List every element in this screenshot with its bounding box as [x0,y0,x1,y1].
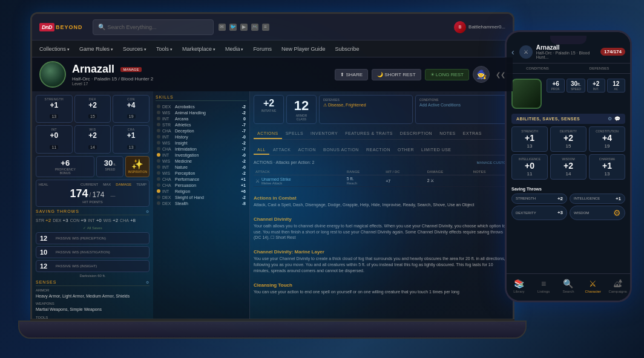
skill-name: Nature [175,165,232,169]
phone-library-label: Library [513,290,524,293]
inspiration-label: INSPIRATION [128,170,147,174]
phone-chat-icon[interactable]: 💬 [614,116,620,122]
skill-name: History [175,135,232,139]
nav-tools[interactable]: Tools [156,46,172,52]
wizard-button[interactable]: 🧙 [473,66,490,83]
armor-label: ARMOR [36,288,150,292]
char-actions: ⬆ SHARE 🌙 SHORT REST ☀ LONG REST 🧙 [335,66,490,83]
add-condition-link[interactable]: Add Active Conditions [419,103,505,107]
phone-nav-search[interactable]: 🔍 Search [556,276,581,296]
skill-ability: INT [162,117,173,121]
action-tab-reaction[interactable]: REACTION [363,146,394,155]
tab-features[interactable]: FEATURES & TRAITS [341,129,396,139]
phone-nav-character[interactable]: ⚔ Character [580,276,605,296]
tab-notes[interactable]: NOTES [436,129,459,139]
ability-int: INT +0 11 [36,125,73,153]
phone-save-wis[interactable]: WISDOM ⚙ [570,206,625,220]
phone-save-str[interactable]: STRENGTH +2 [511,194,567,204]
collapse-button[interactable]: ❮❮ [496,71,505,78]
laptop-device: DnD BEYOND 🔍 Search Everything... ✉ 🐦 ▶ … [30,12,527,351]
phone-save-dex[interactable]: DEXTERITY +3 [511,206,567,220]
top-nav: DnD BEYOND 🔍 Search Everything... ✉ 🐦 ▶ … [32,14,513,41]
skill-bonus: +6 [234,189,246,194]
phone-search-icon: 🔍 [563,279,573,288]
action-tab-attack[interactable]: ATTACK [269,146,295,155]
hp-block: HEAL CURRENT MAX DAMAGE TEMP 174 [36,180,150,207]
proficiency-val: +6 [38,158,92,168]
phone-nav-campaigns[interactable]: 🏕 Campaigns [605,276,630,296]
phone-saving-section: Saving Throws STRENGTH +2 INTELLIGENCE +… [507,187,630,222]
skill-item: INT History -0 [156,134,247,140]
dex-score: 15 [88,114,97,119]
phone-save-str-val: +2 [557,196,563,201]
phone-init-val: +2 [589,80,603,87]
saving-throws-link[interactable]: ⚙ [146,209,150,213]
manage-custom[interactable]: MANAGE CUSTOM [476,161,509,164]
phone-save-int[interactable]: INTELLIGENCE +1 [570,194,625,204]
wis-score: 14 [88,145,97,149]
ability-wis: WIS +2 14 [74,125,111,153]
nav-media[interactable]: Media [225,46,243,52]
phone-cha: CHARISMA +1 13 [589,154,625,180]
phone-tab-conditions[interactable]: CONDITIONS [507,63,568,73]
nav-icons: ✉ 🐦 ▶ 🎮 ≡ [218,24,450,31]
nav-game-rules[interactable]: Game Rules [79,46,113,52]
phone-tab-defenses[interactable]: DEFENSES [568,63,630,73]
skill-dot [157,153,160,157]
passive-insight: 12 PASSIVE WIS (INSIGHT) [36,260,150,272]
skill-name: Investigation [175,153,232,157]
action-tab-limited[interactable]: LIMITED USE [418,146,455,155]
ac-box: 12 ARMOR CLASS [286,95,317,124]
nav-icon-1: ✉ [218,24,226,31]
phone-str: STRENGTH +1 13 [511,126,548,152]
nav-subscribe[interactable]: Subscribe [335,46,359,52]
save-wis: WIS +2 [104,218,118,223]
cleansing-touch-title: Cleansing Touch [254,282,509,288]
action-tab-action[interactable]: ACTION [295,146,320,155]
nav-marketplace[interactable]: Marketplace [182,46,215,52]
tab-spells[interactable]: SPELLS [282,129,307,139]
proficiency-sub: BONUS [38,171,92,175]
tab-extras[interactable]: EXTRAS [459,129,485,139]
action-tab-all[interactable]: ALL [254,146,269,155]
phone-char-info: Arnazall Half-Orc · Paladin 15 · Blood H… [536,44,597,59]
tab-actions[interactable]: ACTIONS [254,129,282,139]
phone-listings-icon: ≡ [541,279,546,288]
phone-saving-row-2: DEXTERITY +3 WISDOM ⚙ [511,206,625,220]
inspiration-box[interactable]: ✨ INSPIRATION [125,156,150,177]
speed-unit: ft. [113,163,116,166]
weapons-section: WEAPONS Martial Weapons, Simple Weapons [36,302,150,313]
skill-name: Intimidation [175,147,232,151]
skill-dot [157,117,160,120]
nav-collections[interactable]: Collections [39,46,70,52]
action-tab-other[interactable]: OTHER [394,146,418,155]
action-tab-bonus[interactable]: BONUS ACTION [320,146,363,155]
nav-sources[interactable]: Sources [123,46,146,52]
phone-nav-listings[interactable]: ≡ Listings [531,276,556,296]
tab-inventory[interactable]: INVENTORY [307,129,341,139]
attack-range-1: 5 ft.Reach [345,175,384,187]
senses-link[interactable]: ⚙ [146,280,150,284]
phone-settings-icon[interactable]: ⚙ [608,116,612,122]
conditions-box: CONDITIONS Add Active Conditions [415,95,509,124]
hp-max: 174 [92,190,104,199]
search-bar[interactable]: 🔍 Search Everything... [93,19,214,35]
char-manage-badge[interactable]: MANAGE [120,67,141,72]
phone-nav-library[interactable]: 📚 Library [507,276,531,296]
skill-item: WIS Insight -2 [156,140,247,146]
hp-label: HIT POINTS [39,200,146,204]
ddb-logo: DnD BEYOND [39,23,83,31]
nav-new-player[interactable]: New Player Guide [281,46,326,52]
armor-section: ARMOR Heavy Armor, Light Armor, Medium A… [36,288,150,300]
tab-description[interactable]: DESCRIPTION [396,129,436,139]
long-rest-button[interactable]: ☀ LONG REST [425,69,469,80]
phone-str-mod: +1 [514,133,545,143]
combat-actions-text: Actions in Combat Attack, Cast a Spell, … [254,192,509,208]
nav-forums[interactable]: Forums [253,46,272,52]
share-button[interactable]: ⬆ SHARE [335,69,368,80]
phone-back-button[interactable]: ‹ [511,47,514,57]
short-rest-button[interactable]: 🌙 SHORT REST [372,69,421,80]
ability-row-2: INT +0 11 WIS +2 14 CHA +1 [36,125,150,153]
skill-item: WIS Medicine -2 [156,158,247,164]
screen-content: DnD BEYOND 🔍 Search Everything... ✉ 🐦 ▶ … [32,14,513,319]
